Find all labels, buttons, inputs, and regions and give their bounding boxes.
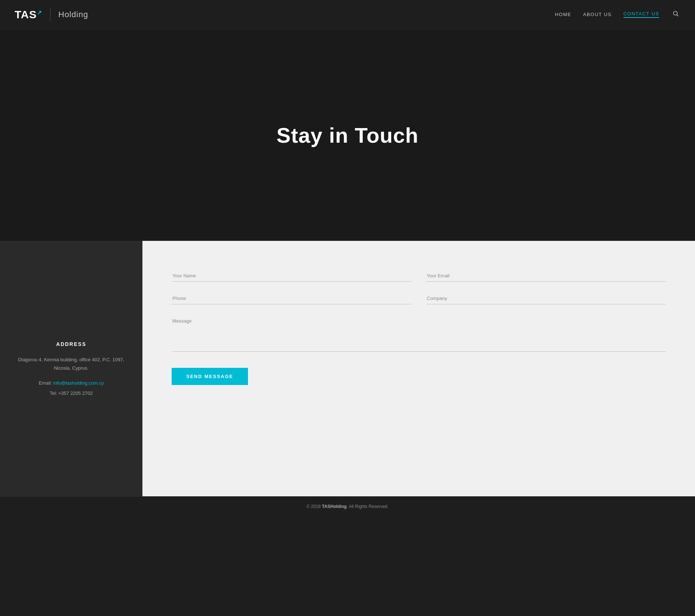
form-group-phone <box>172 293 412 304</box>
address-panel: ADDRESS Diagorou 4, Kermia building, off… <box>0 241 142 496</box>
nav-contact[interactable]: CONTACT US <box>623 11 659 18</box>
email-link[interactable]: info@tasholding.com.cy <box>53 380 104 386</box>
footer-copyright: © 2018 TASHolding. All Rights Reserved. <box>7 504 688 509</box>
logo-area: TAS↗ Holding <box>15 8 88 21</box>
logo-tas: TAS↗ <box>15 8 42 21</box>
footer-brand: TASHolding <box>322 504 347 509</box>
header: TAS↗ Holding HOME ABOUT US CONTACT US <box>0 0 695 29</box>
send-message-button[interactable]: SEND MESSAGE <box>172 368 248 385</box>
phone-input[interactable] <box>172 293 412 304</box>
email-label: Email: <box>39 380 53 386</box>
hero-section: Stay in Touch <box>0 29 695 241</box>
form-group-email <box>426 270 666 282</box>
email-line: Email: info@tasholding.com.cy <box>39 380 104 386</box>
address-title: ADDRESS <box>56 341 86 347</box>
nav-home[interactable]: HOME <box>555 12 571 17</box>
logo-divider <box>50 8 50 21</box>
nav: HOME ABOUT US CONTACT US <box>555 9 680 20</box>
form-row-2 <box>172 293 666 304</box>
company-input[interactable] <box>426 293 666 304</box>
nav-about[interactable]: ABOUT US <box>583 12 611 17</box>
form-group-name <box>172 270 412 282</box>
svg-line-1 <box>677 15 678 16</box>
message-textarea[interactable] <box>172 315 666 352</box>
logo-holding: Holding <box>58 10 88 19</box>
footer: © 2018 TASHolding. All Rights Reserved. <box>0 496 695 516</box>
form-group-message <box>172 315 666 353</box>
name-input[interactable] <box>172 270 412 282</box>
email-input[interactable] <box>426 270 666 282</box>
tel-text: Tel: +357 2205 2702 <box>50 390 93 396</box>
contact-form: SEND MESSAGE <box>172 270 666 385</box>
search-button[interactable] <box>671 9 680 20</box>
content-section: ADDRESS Diagorou 4, Kermia building, off… <box>0 241 695 496</box>
search-icon <box>672 10 679 17</box>
form-panel: SEND MESSAGE <box>142 241 695 496</box>
form-row-1 <box>172 270 666 282</box>
hero-title: Stay in Touch <box>276 123 419 147</box>
form-group-company <box>426 293 666 304</box>
address-text: Diagorou 4, Kermia building, office 402,… <box>11 356 131 372</box>
svg-point-0 <box>673 11 677 15</box>
